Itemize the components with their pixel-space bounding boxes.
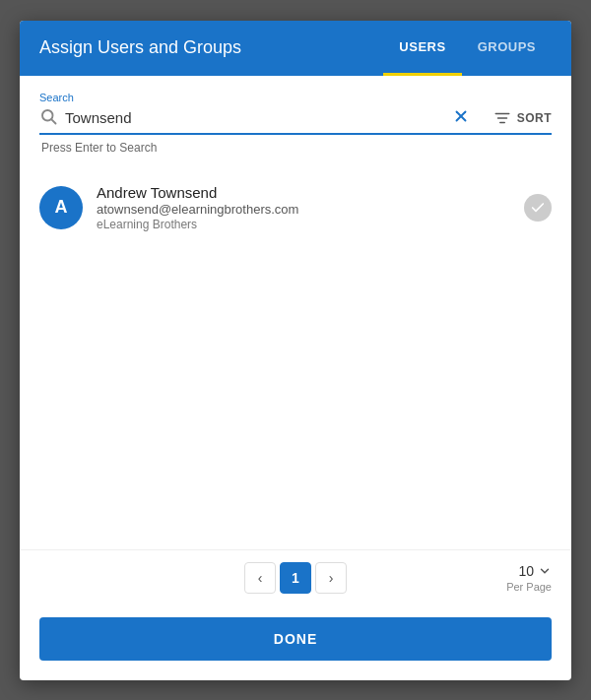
sort-button[interactable]: SORT [484,109,552,127]
pagination-area: ‹ 1 › 10 Per Page [20,549,571,605]
svg-line-1 [51,119,55,123]
per-page-select[interactable]: 10 [518,563,552,579]
search-hint: Press Enter to Search [39,141,552,155]
prev-page-button[interactable]: ‹ [244,562,276,594]
per-page-area: 10 Per Page [506,563,552,593]
assign-users-modal: Assign Users and Groups USERS GROUPS Sea… [20,21,571,680]
per-page-value: 10 [518,563,534,579]
search-area: Search SORT [20,76,571,162]
user-info: Andrew Townsend atownsend@elearningbroth… [97,184,510,231]
tab-groups[interactable]: GROUPS [462,21,552,76]
page-number: 1 [292,570,299,586]
user-org: eLearning Brothers [97,218,510,231]
page-nav: ‹ 1 › [244,562,347,594]
list-item: A Andrew Townsend atownsend@elearningbro… [39,172,552,243]
done-area: DONE [20,605,571,680]
page-1-button[interactable]: 1 [280,562,311,594]
per-page-label: Per Page [506,581,552,593]
prev-icon: ‹ [258,570,263,586]
search-row: SORT [39,107,552,135]
user-list: A Andrew Townsend atownsend@elearningbro… [20,162,571,549]
header-tabs: USERS GROUPS [383,21,552,76]
next-page-button[interactable]: › [315,562,347,594]
sort-label: SORT [517,111,552,125]
search-label: Search [39,92,552,103]
user-email: atownsend@elearningbrothers.com [97,202,510,217]
modal-header: Assign Users and Groups USERS GROUPS [20,21,571,76]
user-name: Andrew Townsend [97,184,510,201]
modal-title: Assign Users and Groups [39,37,241,58]
search-icon [39,107,57,129]
search-input[interactable] [65,109,446,126]
tab-users[interactable]: USERS [383,21,461,76]
avatar: A [39,186,83,229]
next-icon: › [329,570,334,586]
clear-search-button[interactable] [446,107,476,128]
done-button[interactable]: DONE [39,617,552,661]
user-select-checkbox[interactable] [524,194,552,222]
